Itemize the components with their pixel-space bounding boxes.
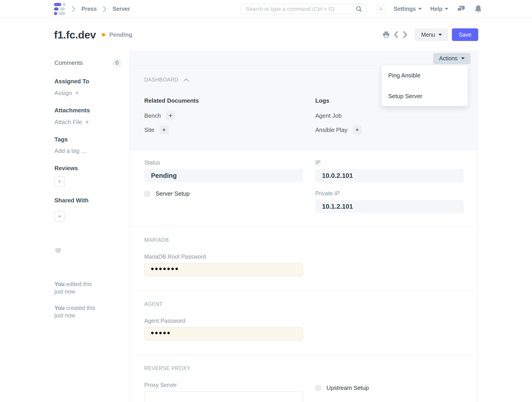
activity-user: You — [54, 305, 65, 311]
sidebar-comments[interactable]: Comments 0 — [54, 58, 122, 68]
actions-button[interactable]: Actions — [433, 53, 471, 64]
assigned-to-heading: Assigned To — [54, 78, 122, 85]
mariadb-section-title: MARIADB — [144, 237, 463, 243]
bench-label: Bench — [144, 112, 161, 119]
navbar: Press Server A Settings Help — [0, 0, 532, 18]
activity-created: You created this just now — [54, 304, 122, 319]
status-field-label: Status — [144, 159, 303, 166]
activity-user: You — [54, 281, 65, 287]
server-setup-checkbox[interactable] — [144, 191, 150, 197]
agent-password-input[interactable]: ••••• — [144, 327, 303, 340]
plus-icon: + — [75, 89, 79, 96]
user-avatar[interactable]: A — [376, 5, 385, 13]
actions-dropdown-menu: Ping Ansible Setup Server — [381, 65, 468, 106]
mariadb-section: MARIADB MariaDB Root Password ••••••• — [130, 227, 477, 291]
breadcrumb-item-server[interactable]: Server — [113, 6, 130, 12]
private-ip-field-label: Private IP — [315, 190, 464, 197]
ip-field-value: 10.0.2.101 — [315, 169, 464, 182]
assign-label: Assign — [54, 89, 72, 96]
related-documents-column: Related Documents Bench + Site + — [144, 97, 303, 139]
menu-item-setup-server[interactable]: Setup Server — [381, 90, 468, 102]
ansible-play-label: Ansible Play — [315, 127, 348, 134]
add-ansible-play-button[interactable]: + — [352, 125, 362, 134]
document-sidebar: Comments 0 Assigned To Assign + Attachme… — [54, 51, 129, 402]
status-indicator-label: Pending — [109, 31, 132, 38]
tags-heading: Tags — [54, 136, 122, 143]
app-logo[interactable] — [54, 3, 66, 15]
dashboard-title: DASHBOARD — [144, 77, 178, 82]
upstream-setup-label: Upstream Setup — [327, 384, 369, 391]
status-indicator-dot — [102, 33, 105, 37]
menu-button[interactable]: Menu — [415, 28, 448, 41]
print-icon[interactable] — [382, 31, 390, 38]
chevron-down-icon — [445, 8, 448, 10]
settings-menu[interactable]: Settings — [394, 6, 422, 12]
reviews-heading: Reviews — [54, 165, 122, 172]
help-label: Help — [430, 6, 443, 12]
activity-action: created this — [65, 305, 95, 311]
page-title: f1.fc.dev — [54, 29, 96, 41]
next-document-icon[interactable] — [402, 31, 408, 39]
related-link-site[interactable]: Site + — [144, 125, 303, 134]
reverse-proxy-section: REVERSE PROXY Proxy Server Upstream Setu… — [130, 355, 477, 402]
add-tag-input[interactable]: Add a tag ... — [54, 147, 122, 154]
proxy-server-input[interactable] — [144, 391, 303, 402]
server-document-page: Press Server A Settings Help — [0, 0, 532, 402]
actions-button-label: Actions — [439, 55, 457, 62]
content: Comments 0 Assigned To Assign + Attachme… — [0, 51, 478, 402]
related-link-bench[interactable]: Bench + — [144, 111, 303, 121]
add-review-button[interactable]: + — [54, 176, 65, 187]
assign-button[interactable]: Assign + — [54, 89, 122, 96]
like-heart-icon[interactable] — [54, 247, 122, 254]
plus-icon: + — [58, 213, 61, 220]
comments-label: Comments — [54, 59, 83, 66]
prev-document-icon[interactable] — [393, 31, 399, 39]
masked-password-value: ••••• — [151, 328, 171, 339]
status-field-value: Pending — [144, 169, 303, 182]
page-head: f1.fc.dev Pending — [0, 18, 532, 51]
settings-label: Settings — [394, 6, 416, 12]
comments-count-badge: 0 — [112, 58, 122, 68]
chevron-down-icon — [438, 34, 442, 36]
ip-field-label: IP — [315, 159, 464, 166]
related-link-ansible-play[interactable]: Ansible Play + — [315, 125, 464, 134]
masked-password-value: ••••••• — [151, 264, 179, 275]
add-tag-placeholder: Add a tag ... — [54, 147, 86, 154]
private-ip-field-value: 10.1.2.101 — [315, 200, 464, 213]
breadcrumb-item-press[interactable]: Press — [82, 6, 97, 12]
search-input[interactable] — [246, 6, 355, 12]
search-icon — [355, 6, 362, 12]
form-area: Actions Ping Ansible Setup Server DASHBO… — [129, 51, 478, 402]
agent-job-label: Agent Job — [315, 112, 342, 119]
activity-action: edited this — [65, 281, 92, 287]
add-bench-button[interactable]: + — [166, 111, 175, 121]
mariadb-root-password-input[interactable]: ••••••• — [144, 263, 303, 276]
notifications-bell-icon[interactable] — [474, 5, 482, 13]
agent-section-title: AGENT — [144, 301, 463, 307]
attach-file-button[interactable]: Attach File + — [54, 118, 122, 126]
mariadb-root-password-label: MariaDB Root Password — [144, 253, 463, 260]
status-section: Status Pending Server Setup IP 10.0.2.10… — [130, 150, 477, 227]
server-setup-label: Server Setup — [156, 190, 190, 197]
chat-icon[interactable] — [457, 5, 466, 13]
server-setup-checkbox-row[interactable]: Server Setup — [144, 190, 303, 197]
site-label: Site — [144, 127, 154, 134]
help-menu[interactable]: Help — [430, 6, 448, 12]
form-toolbar: Actions Ping Ansible Setup Server — [130, 51, 477, 65]
upstream-setup-checkbox[interactable] — [315, 385, 321, 391]
save-button[interactable]: Save — [452, 28, 478, 41]
add-site-button[interactable]: + — [159, 125, 169, 134]
add-share-button[interactable]: + — [54, 211, 65, 222]
agent-password-label: Agent Password — [144, 318, 463, 324]
chevron-down-icon — [461, 57, 465, 59]
global-search[interactable] — [241, 4, 367, 14]
activity-edited: You edited this just now — [54, 281, 122, 295]
upstream-setup-checkbox-row[interactable]: Upstream Setup — [315, 384, 464, 391]
activity-time: just now — [54, 312, 75, 319]
agent-section: AGENT Agent Password ••••• — [130, 291, 477, 355]
shared-with-heading: Shared With — [54, 197, 122, 204]
related-link-agent-job[interactable]: Agent Job — [315, 111, 464, 121]
menu-item-ping-ansible[interactable]: Ping Ansible — [381, 70, 468, 81]
navbar-right: A Settings Help — [376, 5, 482, 13]
breadcrumb: Press Server — [54, 3, 130, 15]
